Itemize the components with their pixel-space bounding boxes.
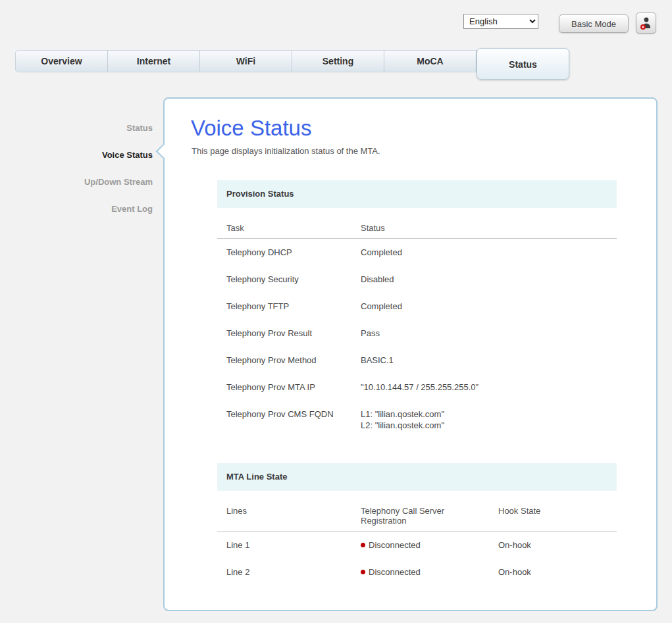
page-title: Voice Status — [191, 116, 656, 141]
section-heading-mta-line-state: MTA Line State — [217, 463, 617, 491]
table-cell: L1: "lilian.qostek.com"L2: "lilian.qoste… — [351, 401, 617, 439]
table-cell: Completed — [351, 239, 617, 266]
table-cell: Disconnected — [351, 559, 489, 586]
table-row: Telephony Prov MethodBASIC.1 — [217, 347, 617, 374]
language-select[interactable]: English — [463, 14, 538, 29]
table-row: Line 1DisconnectedOn-hook — [217, 532, 617, 559]
table-cell: Disabled — [351, 266, 617, 293]
table-row: Telephony Prov ResultPass — [217, 320, 617, 347]
table-cell: On-hook — [489, 559, 617, 586]
active-item-notch — [156, 144, 171, 159]
tab-overview[interactable]: Overview — [16, 51, 108, 72]
tab-setting[interactable]: Setting — [292, 51, 384, 72]
table-cell: Disconnected — [351, 532, 489, 559]
logout-button[interactable] — [636, 12, 656, 34]
table-cell: Telephony Prov Result — [217, 320, 351, 347]
sidebar-item-event-log[interactable]: Event Log — [0, 195, 153, 222]
table-cell: Telephony Prov Method — [217, 347, 351, 374]
sections-container: Provision StatusTaskStatusTelephony DHCP… — [165, 180, 656, 586]
table-row: Telephony TFTPCompleted — [217, 293, 617, 320]
table-cell: Telephony TFTP — [217, 293, 351, 320]
table-provision-status: TaskStatusTelephony DHCPCompletedTelepho… — [217, 217, 617, 439]
table-row: Telephony Prov CMS FQDNL1: "lilian.qoste… — [217, 401, 617, 439]
table-cell: Completed — [351, 293, 617, 320]
table-cell: On-hook — [489, 532, 617, 559]
table-cell: BASIC.1 — [351, 347, 617, 374]
table-cell: Telephony DHCP — [217, 239, 351, 266]
table-cell: Telephony Prov MTA IP — [217, 374, 351, 401]
table-cell: Telephony Prov CMS FQDN — [217, 401, 351, 439]
tab-moca[interactable]: MoCA — [384, 51, 477, 72]
column-header-hook-state: Hook State — [489, 500, 617, 532]
main-tab-bar: OverviewInternetWiFiSettingMoCAStatus — [15, 50, 569, 72]
table-row: Line 2DisconnectedOn-hook — [217, 559, 617, 586]
table-cell: Telephony Security — [217, 266, 351, 293]
table-row: Telephony SecurityDisabled — [217, 266, 617, 293]
table-cell: Pass — [351, 320, 617, 347]
table-row: Telephony Prov MTA IP"10.10.144.57 / 255… — [217, 374, 617, 401]
table-row: Telephony DHCPCompleted — [217, 239, 617, 266]
section-heading-provision-status: Provision Status — [217, 180, 617, 208]
basic-mode-button[interactable]: Basic Mode — [559, 14, 629, 33]
tab-status[interactable]: Status — [477, 48, 569, 80]
content-panel: Voice Status This page displays initiali… — [163, 97, 658, 611]
page-description: This page displays initialization status… — [192, 146, 656, 156]
sidebar-item-up-down-stream[interactable]: Up/Down Stream — [0, 168, 153, 195]
column-header-telephony-call-server-registration: Telephony Call Server Registration — [351, 500, 489, 532]
sidebar-item-status[interactable]: Status — [0, 114, 153, 141]
column-header-lines: Lines — [217, 500, 351, 532]
table-cell: "10.10.144.57 / 255.255.255.0" — [351, 374, 617, 401]
table-cell: Line 2 — [217, 559, 351, 586]
column-header-status: Status — [351, 217, 617, 239]
table-cell: Line 1 — [217, 532, 351, 559]
logout-user-icon — [640, 16, 652, 30]
tab-internet[interactable]: Internet — [108, 51, 200, 72]
status-dot — [361, 570, 365, 574]
status-dot — [361, 543, 365, 547]
sidebar-nav: StatusVoice StatusUp/Down StreamEvent Lo… — [0, 114, 153, 222]
sidebar-item-voice-status[interactable]: Voice Status — [0, 141, 153, 168]
tab-wifi[interactable]: WiFi — [200, 51, 292, 72]
table-mta-line-state: LinesTelephony Call Server RegistrationH… — [217, 500, 617, 586]
column-header-task: Task — [217, 217, 351, 239]
